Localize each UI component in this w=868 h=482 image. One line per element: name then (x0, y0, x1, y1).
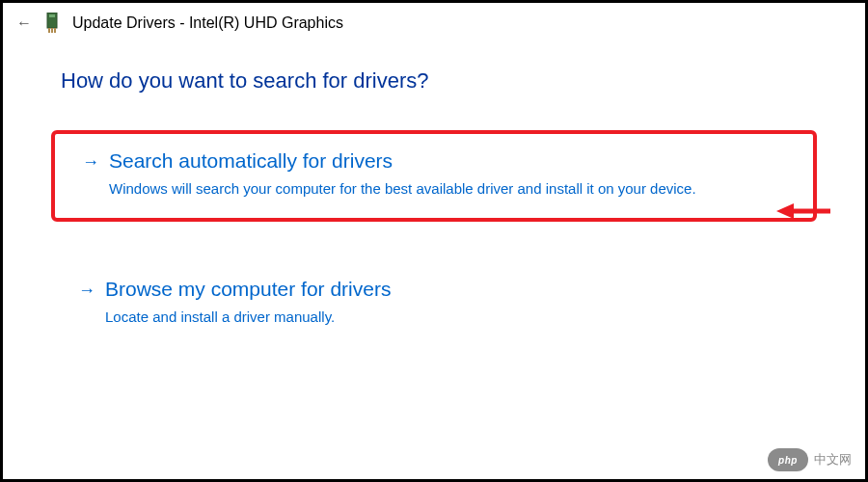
option-title: Browse my computer for drivers (105, 278, 391, 301)
arrow-right-icon: → (82, 153, 99, 171)
option-header: → Browse my computer for drivers (78, 278, 790, 301)
watermark-text: 中文网 (814, 451, 852, 469)
option-title: Search automatically for drivers (109, 149, 393, 173)
svg-marker-6 (776, 203, 794, 219)
svg-rect-4 (54, 28, 56, 33)
svg-rect-1 (49, 14, 55, 17)
option-description: Windows will search your computer for th… (109, 178, 726, 199)
watermark: php 中文网 (768, 448, 852, 471)
driver-device-icon (45, 13, 59, 34)
option-header: → Search automatically for drivers (82, 149, 786, 173)
page-heading: How do you want to search for drivers? (61, 68, 807, 94)
svg-rect-2 (48, 28, 50, 33)
option-search-automatically[interactable]: → Search automatically for drivers Windo… (51, 130, 817, 222)
option-browse-computer[interactable]: → Browse my computer for drivers Locate … (61, 262, 807, 346)
option-description: Locate and install a driver manually. (105, 307, 722, 327)
dialog-content: How do you want to search for drivers? →… (3, 40, 865, 346)
titlebar: ← Update Drivers - Intel(R) UHD Graphics (3, 3, 865, 40)
svg-rect-3 (51, 28, 53, 33)
arrow-right-icon: → (78, 281, 95, 299)
watermark-pill: php (768, 448, 808, 471)
annotation-arrow-icon (776, 201, 832, 226)
window-title: Update Drivers - Intel(R) UHD Graphics (72, 14, 343, 32)
back-arrow-icon[interactable]: ← (16, 15, 32, 31)
